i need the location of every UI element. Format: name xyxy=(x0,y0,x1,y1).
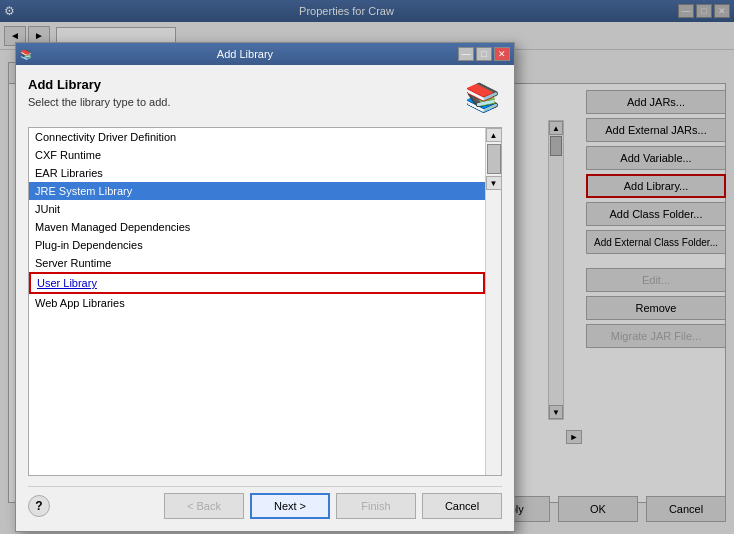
dialog-titlebar: 📚 Add Library — □ ✕ xyxy=(16,43,514,65)
list-item-ear[interactable]: EAR Libraries xyxy=(29,164,485,182)
list-item-cxf[interactable]: CXF Runtime xyxy=(29,146,485,164)
scroll-thumb[interactable] xyxy=(487,144,501,174)
dialog-scrollbar: ▲ ▼ xyxy=(485,128,501,475)
dialog-list-container: Connectivity Driver Definition CXF Runti… xyxy=(28,127,502,476)
list-item-connectivity[interactable]: Connectivity Driver Definition xyxy=(29,128,485,146)
dialog-controls: — □ ✕ xyxy=(458,47,510,61)
list-item-jre[interactable]: JRE System Library xyxy=(29,182,485,200)
list-item-plugin[interactable]: Plug-in Dependencies xyxy=(29,236,485,254)
list-item-maven[interactable]: Maven Managed Dependencies xyxy=(29,218,485,236)
finish-button[interactable]: Finish xyxy=(336,493,416,519)
dialog-header-subtitle: Select the library type to add. xyxy=(28,96,462,108)
back-button[interactable]: < Back xyxy=(164,493,244,519)
dialog-close-button[interactable]: ✕ xyxy=(494,47,510,61)
dialog-list: Connectivity Driver Definition CXF Runti… xyxy=(29,128,485,475)
dialog-maximize-button[interactable]: □ xyxy=(476,47,492,61)
add-library-dialog: 📚 Add Library — □ ✕ Add Library Select t… xyxy=(15,42,515,532)
list-item-user[interactable]: User Library xyxy=(29,272,485,294)
dialog-body: Add Library Select the library type to a… xyxy=(16,65,514,531)
footer-left: ? xyxy=(28,495,50,517)
dialog-library-icon: 📚 xyxy=(462,77,502,117)
help-button[interactable]: ? xyxy=(28,495,50,517)
next-button[interactable]: Next > xyxy=(250,493,330,519)
dialog-header: Add Library Select the library type to a… xyxy=(28,77,502,117)
dialog-footer: ? < Back Next > Finish Cancel xyxy=(28,486,502,519)
dialog-icon-small: 📚 xyxy=(20,49,32,60)
dialog-title: Add Library xyxy=(32,48,458,60)
scroll-down-arrow[interactable]: ▼ xyxy=(486,176,502,190)
list-item-junit[interactable]: JUnit xyxy=(29,200,485,218)
dialog-minimize-button[interactable]: — xyxy=(458,47,474,61)
footer-right: < Back Next > Finish Cancel xyxy=(164,493,502,519)
list-item-webapp[interactable]: Web App Libraries xyxy=(29,294,485,312)
dialog-header-title: Add Library xyxy=(28,77,462,92)
cancel-button[interactable]: Cancel xyxy=(422,493,502,519)
list-item-server[interactable]: Server Runtime xyxy=(29,254,485,272)
scroll-up-arrow[interactable]: ▲ xyxy=(486,128,502,142)
dialog-header-text: Add Library Select the library type to a… xyxy=(28,77,462,108)
